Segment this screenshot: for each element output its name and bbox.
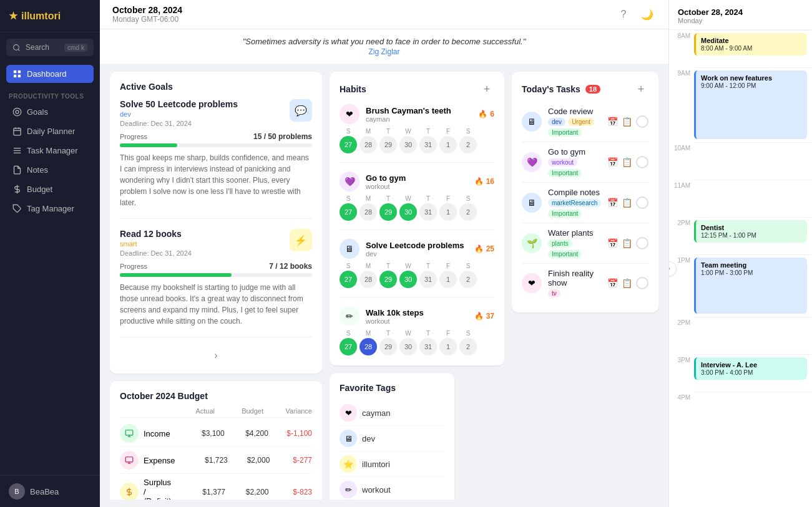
day-circle[interactable]: 31 [419,338,437,355]
task-info-water-plants: Water plants plants Important [548,228,601,258]
event-interview[interactable]: Interview - A. Lee 3:00 PM - 4:00 PM [694,357,807,380]
event-dentist[interactable]: Dentist 12:15 PM - 1:00 PM [694,220,807,243]
event-title-meditate: Meditate [701,37,802,44]
task-copy-button[interactable]: 📋 [622,278,632,288]
budget-row-income: Income $3,100 $4,200 $-1,100 [120,420,312,447]
time-content-1pm: Team meeting 1:00 PM - 3:00 PM [694,254,812,315]
tasks-card-header: Today's Tasks 18 + [522,82,648,97]
day-circle[interactable]: 1 [439,136,457,153]
sidebar-item-daily-planner[interactable]: Daily Planner [4,122,96,140]
task-calendar-button[interactable]: 📅 [607,278,618,288]
goals-nav-button[interactable]: › [212,347,220,364]
day-circle[interactable]: 1 [439,203,457,221]
task-complete-button[interactable] [636,237,648,249]
add-habit-button[interactable]: + [479,82,494,97]
event-meditate[interactable]: Meditate 8:00 AM - 9:00 AM [694,33,807,56]
habit-streak-1: 🔥 6 [478,110,494,118]
day-circle[interactable]: 28 [360,338,377,355]
income-name: Income [144,429,170,438]
svg-rect-4 [14,75,16,77]
dark-mode-button[interactable]: 🌙 [638,6,656,23]
event-work-features[interactable]: Work on new features 9:00 AM - 12:00 PM [694,70,807,139]
habit-streak-4: 🔥 37 [474,312,494,321]
task-name-reality-show: Finish reality show [548,269,601,287]
task-icon-compile-notes: 🖥 [522,193,542,213]
habit-days-row-1: 27 28 29 30 31 1 2 [340,136,494,153]
day-circle[interactable]: 29 [379,271,397,288]
task-copy-button[interactable]: 📋 [622,198,632,208]
day-circle[interactable]: 27 [340,203,357,221]
day-circle[interactable]: 2 [459,136,477,153]
budget-row-surplus: Surplus / (Deficit) $1,377 $2,200 $-823 [120,474,312,500]
day-circle[interactable]: 1 [439,338,457,355]
habit-streak-3: 🔥 25 [474,244,494,253]
day-circle[interactable]: 31 [419,136,437,153]
task-complete-button[interactable] [636,115,648,128]
sidebar-item-dashboard[interactable]: Dashboard [6,65,94,83]
day-circle[interactable]: 29 [379,203,397,221]
habit-icon-2: 💜 [340,171,360,191]
tag-manager-label: Tag Manager [27,204,74,213]
income-actual: $3,100 [180,429,225,438]
tasks-card-title: Today's Tasks [522,84,580,94]
goal-header-2: Read 12 books smart Deadline: Dec 31, 20… [120,229,312,257]
task-tags-compile-notes: marketResearch Important [548,199,601,218]
habit-days-header-4: SMTWTFS [340,330,494,337]
budget-column-labels: Actual Budget Variance [120,407,312,418]
task-copy-button[interactable]: 📋 [622,157,632,167]
tag-name-illumtori: illumtori [362,460,390,469]
habit-tag-3: dev [366,250,464,258]
add-task-button[interactable]: + [633,82,648,97]
task-calendar-button[interactable]: 📅 [607,157,618,167]
sidebar-item-tag-manager[interactable]: Tag Manager [4,200,96,218]
day-circle[interactable]: 27 [340,271,357,288]
svg-line-1 [18,49,19,51]
task-copy-button[interactable]: 📋 [622,238,632,248]
progress-fill-2 [120,273,232,277]
day-circle[interactable]: 29 [379,338,397,355]
right-panel-date: October 28, 2024 [678,7,803,17]
day-circle[interactable]: 29 [379,136,397,153]
sidebar-item-budget[interactable]: Budget [4,180,96,198]
task-tags-water-plants: plants Important [548,239,601,258]
task-tags-reality-show: tv [548,289,601,297]
day-circle[interactable]: 2 [459,203,477,221]
time-label-11am: 11AM [669,180,694,189]
time-label-10am: 10AM [669,142,694,152]
task-calendar-button[interactable]: 📅 [607,238,618,248]
day-circle[interactable]: 28 [360,136,377,153]
day-circle[interactable]: 27 [340,338,357,355]
tag-name-cayman: cayman [362,408,391,418]
day-circle[interactable]: 1 [439,271,457,288]
task-actions-water-plants: 📅 📋 [607,237,648,249]
goal-title: Solve 50 Leetcode problems [120,99,238,109]
day-circle[interactable]: 30 [399,203,417,221]
sidebar-item-goals[interactable]: Goals [4,103,96,121]
day-circle[interactable]: 30 [399,338,417,355]
task-calendar-button[interactable]: 📅 [607,117,618,127]
task-actions-gym: 📅 📋 [607,156,648,168]
day-circle[interactable]: 28 [360,271,377,288]
day-circle[interactable]: 2 [459,338,477,355]
task-complete-button[interactable] [636,196,648,209]
sidebar-item-notes[interactable]: Notes [4,161,96,179]
task-calendar-button[interactable]: 📅 [607,198,618,208]
event-team-meeting[interactable]: Team meeting 1:00 PM - 3:00 PM [694,258,807,314]
help-button[interactable]: ? [615,6,632,23]
day-circle[interactable]: 27 [340,136,357,153]
progress-label: Progress [120,133,147,140]
search-label: Search [26,43,49,52]
task-copy-button[interactable]: 📋 [622,117,632,127]
search-button[interactable]: Search cmd k [6,39,94,56]
day-circle[interactable]: 28 [360,203,377,221]
sidebar-item-task-manager[interactable]: Task Manager [4,142,96,160]
goal-deadline-2: Deadline: Dec 31, 2024 [120,249,192,257]
day-circle[interactable]: 31 [419,203,437,221]
day-circle[interactable]: 30 [399,271,417,288]
habit-days-header-3: SMTWTFS [340,263,494,269]
day-circle[interactable]: 2 [459,271,477,288]
task-complete-button[interactable] [636,156,648,168]
day-circle[interactable]: 30 [399,136,417,153]
day-circle[interactable]: 31 [419,271,437,288]
task-complete-button[interactable] [636,277,648,289]
